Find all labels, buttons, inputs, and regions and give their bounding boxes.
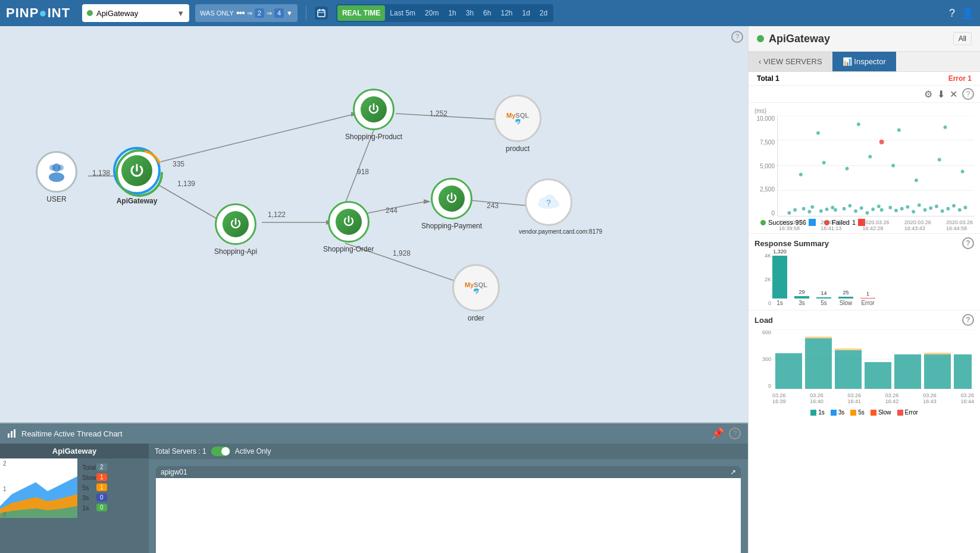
realtime-button[interactable]: REAL TIME [337, 5, 385, 21]
shopping-payment-node[interactable]: Shopping-Payment [421, 178, 482, 230]
load-x-2: 03.2616:40 [810, 392, 824, 404]
settings-icon[interactable]: ⚙ [924, 89, 932, 100]
download-icon[interactable]: ⬇ [937, 89, 945, 100]
response-help-icon[interactable]: ? [962, 237, 974, 249]
svg-text:?: ? [546, 198, 551, 208]
vendor-node[interactable]: ? vendor.payment.card.com:8179 [519, 178, 578, 235]
apigateway-node[interactable]: ApiGateway [113, 147, 161, 205]
active-only-toggle[interactable] [211, 447, 230, 456]
bar-5s-label: 14 [821, 290, 826, 296]
20m-button[interactable]: 20m [420, 5, 443, 21]
bar-1s-label: 1,320 [773, 249, 787, 254]
svg-rect-100 [865, 362, 891, 389]
svg-point-53 [825, 208, 829, 211]
app-selector[interactable]: ApiGateway ▼ [82, 4, 189, 22]
svg-point-63 [880, 208, 884, 212]
response-bar-chart: 4K 2K 0 1,320 1s 29 3s [754, 253, 974, 306]
calendar-icon[interactable] [315, 7, 328, 20]
inspector-tab[interactable]: 📊 Inspector [832, 52, 896, 71]
svg-point-47 [788, 211, 791, 215]
svg-point-89 [944, 125, 947, 129]
load-section: Load ? 600 300 0 [749, 310, 980, 419]
product-mysql-node[interactable]: MySQL 🐬 product [494, 95, 541, 153]
chart-help-icon[interactable]: ? [962, 88, 974, 100]
was-only-button[interactable]: WAS ONLY ••• ⇒ 2 ⇒ 4 ▼ [195, 4, 298, 22]
server-name: ApiGateway [0, 444, 149, 458]
edge-label-api-product: 335 [173, 160, 184, 168]
load-help-icon[interactable]: ? [962, 314, 974, 326]
1d-button[interactable]: 1d [518, 5, 535, 21]
view-servers-tab[interactable]: ‹ VIEW SERVERS [749, 52, 832, 71]
inspector-filter[interactable]: All [953, 32, 972, 45]
user-icon[interactable]: 👤 [961, 7, 974, 20]
bottom-panel-header: Realtime Active Thread Chart 📌 ? [0, 423, 748, 444]
bottom-chart-wrap: ApiGateway 2 1 0 [0, 444, 748, 553]
x-label-1: 2020.03.2616:39:58 [779, 219, 806, 231]
shopping-api-node[interactable]: Shopping-Api [214, 203, 257, 256]
scatter-chart: (ms) 10,000 7,500 5,000 2,500 0 [749, 103, 980, 234]
slow-badge: 1 [96, 473, 107, 481]
2d-button[interactable]: 2d [535, 5, 552, 21]
chart-icon [7, 429, 17, 438]
error-value: 1 [968, 74, 972, 83]
svg-rect-104 [954, 354, 972, 389]
load-legend-3s [831, 410, 837, 416]
3h-button[interactable]: 3h [461, 5, 478, 21]
bars-container: 1,320 1s 29 3s 14 5s 25 [772, 253, 974, 306]
bar-error [860, 298, 875, 299]
header: PINP●INT ApiGateway ▼ WAS ONLY ••• ⇒ 2 ⇒… [0, 0, 980, 26]
last5m-button[interactable]: Last 5m [385, 5, 420, 21]
scatter-y-unit: (ms) [754, 108, 974, 114]
bottom-help-icon[interactable]: ? [729, 428, 741, 439]
svg-point-70 [923, 208, 927, 212]
1s-badge: 0 [96, 504, 107, 511]
topology-help-icon[interactable]: ? [731, 31, 743, 43]
svg-rect-98 [835, 350, 862, 389]
edge-label-api-shapi: 1,139 [177, 180, 195, 188]
topology-canvas[interactable]: 1,138 → 335 1,139 1,122 918 244 1,252 24… [0, 26, 748, 422]
instances-container: apigw01 ↗ [149, 459, 748, 553]
app-name: ApiGateway [96, 9, 173, 18]
svg-rect-95 [775, 353, 802, 389]
inspector-header: ApiGateway All [749, 26, 980, 52]
load-chart-svg [772, 329, 975, 389]
user-node[interactable]: USER [36, 151, 77, 203]
bar-slow [838, 297, 853, 299]
3s-stat: 3s 0 [82, 494, 107, 501]
svg-point-62 [877, 205, 881, 208]
shopping-order-node[interactable]: Shopping-Order [323, 201, 374, 253]
svg-point-56 [843, 207, 846, 210]
edge-label-order-mysql: 1,928 [393, 249, 411, 257]
vendor-node-label: vendor.payment.card.com:8179 [519, 228, 578, 235]
view-servers-label: ‹ VIEW SERVERS [759, 57, 822, 66]
help-icon[interactable]: ? [949, 7, 955, 20]
pin-icon[interactable]: 📌 [711, 427, 724, 440]
edge-label-payment-vendor: 243 [487, 202, 499, 210]
close-icon[interactable]: ✕ [950, 89, 957, 100]
shopping-product-node[interactable]: Shopping-Product [345, 89, 402, 141]
instance-name: apigw01 [161, 468, 187, 476]
total-badge: 2 [96, 463, 107, 471]
main-area: ? [0, 26, 980, 553]
instance-link-icon[interactable]: ↗ [730, 468, 736, 476]
app-select-arrow-icon: ▼ [177, 9, 184, 18]
6h-button[interactable]: 6h [478, 5, 496, 21]
svg-point-30 [550, 199, 559, 208]
svg-line-13 [366, 202, 425, 213]
instance-chart-svg [156, 478, 741, 553]
x-label-3: 2020.03.2616:42:28 [862, 219, 889, 231]
load-y-300: 300 [762, 356, 771, 362]
1h-button[interactable]: 1h [443, 5, 461, 21]
12h-button[interactable]: 12h [496, 5, 517, 21]
svg-line-8 [159, 186, 223, 222]
connection-icon: ⇒ [247, 10, 252, 17]
svg-point-65 [894, 209, 898, 212]
edge-label-user-api: 1,138 [92, 169, 110, 177]
bar-slow-label: 25 [843, 290, 849, 296]
order-mysql-node[interactable]: MySQL 🐬 order [452, 264, 500, 322]
svg-point-71 [929, 206, 932, 210]
svg-point-57 [848, 204, 851, 208]
svg-point-84 [938, 158, 941, 162]
load-legend: 1s 3s 5s Slow Error [754, 409, 974, 416]
y-label-10000: 10,000 [756, 115, 775, 122]
